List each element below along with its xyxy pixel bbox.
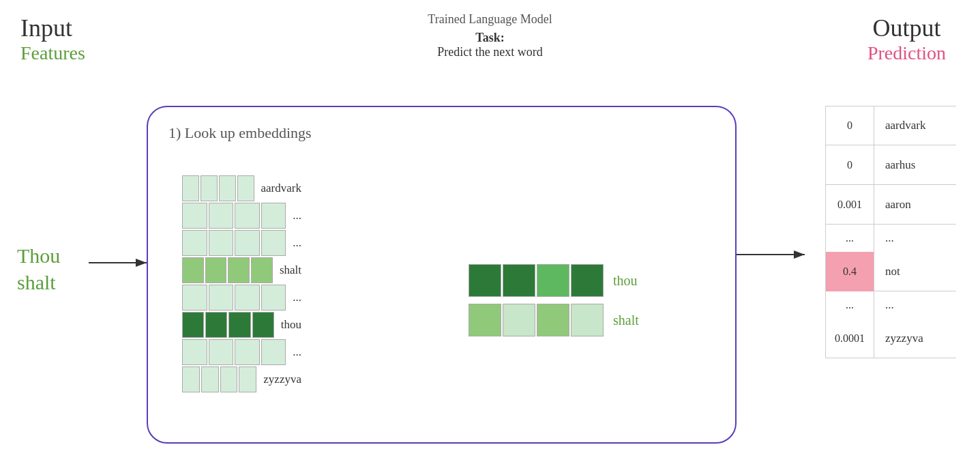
arrow-input-to-box xyxy=(89,253,153,273)
embed-cell xyxy=(182,285,207,311)
embed-cell xyxy=(228,257,250,283)
embed-cell xyxy=(239,366,256,392)
output-word-zyzzyva: zyzzyva xyxy=(874,332,956,345)
lookup-cell xyxy=(571,264,604,297)
embed-cell xyxy=(209,203,234,229)
embed-cell xyxy=(209,339,234,365)
embed-cell xyxy=(261,285,286,311)
output-title: Output xyxy=(867,14,946,42)
embed-cell xyxy=(182,312,204,338)
features-label: Features xyxy=(20,42,85,64)
embed-word-zyzzyva: zyzzyva xyxy=(258,366,301,392)
task-label: Task: xyxy=(388,31,593,45)
embed-cell xyxy=(182,339,207,365)
embed-dots1: ... xyxy=(287,203,301,229)
main-box: 1) Look up embeddings aardvark ... ... xyxy=(147,106,737,444)
output-val-not: 0.4 xyxy=(825,252,874,291)
embed-cell xyxy=(205,257,227,283)
lookup-label-shalt: shalt xyxy=(613,313,639,328)
embed-cell xyxy=(228,312,250,338)
embed-word-shalt: shalt xyxy=(274,257,301,283)
embed-dots3: ... xyxy=(287,285,301,311)
task-desc: Predict the next word xyxy=(388,45,593,59)
lookup-bar-thou xyxy=(469,264,605,297)
embed-word-thou: thou xyxy=(276,312,301,338)
embed-cell xyxy=(182,230,207,256)
input-line1: Thou xyxy=(17,242,60,269)
embed-row-dots4: ... xyxy=(182,339,301,365)
embed-row-thou: thou xyxy=(182,312,301,338)
output-val-aarhus: 0 xyxy=(825,145,874,185)
output-dots-val2: ... xyxy=(825,291,874,319)
output-word-not: not xyxy=(874,265,956,278)
output-dots-val1: ... xyxy=(825,225,874,252)
input-title: Input xyxy=(20,14,72,42)
output-val-aaron: 0.001 xyxy=(825,185,874,225)
input-line2: shalt xyxy=(17,269,60,296)
input-text: Thou shalt xyxy=(17,242,60,296)
embed-word-aardvark: aardvark xyxy=(256,175,301,201)
trained-model-label: Trained Language Model xyxy=(388,12,593,27)
arrow-box-to-output xyxy=(737,244,812,265)
embed-cell xyxy=(209,285,234,311)
output-row-not: 0.4 not xyxy=(825,252,956,291)
embed-cell xyxy=(237,175,254,201)
embed-row-dots2: ... xyxy=(182,230,301,256)
output-dots-word1: ... xyxy=(874,231,894,245)
lookup-bar-shalt xyxy=(469,304,605,336)
embed-cell xyxy=(261,339,286,365)
embed-cell xyxy=(235,339,260,365)
output-row-zyzzyva: 0.0001 zyzzyva xyxy=(825,319,956,358)
output-word-aardvark: aardvark xyxy=(874,119,956,132)
embed-cell xyxy=(252,312,274,338)
embed-cell xyxy=(235,230,260,256)
embed-row-aardvark: aardvark xyxy=(182,175,301,201)
embed-cell xyxy=(182,175,199,201)
embed-cell xyxy=(182,257,204,283)
embed-row-dots1: ... xyxy=(182,203,301,229)
embed-cell xyxy=(201,175,218,201)
output-val-aardvark: 0 xyxy=(825,106,874,145)
embed-dots4: ... xyxy=(287,339,301,365)
lookup-cell xyxy=(571,304,604,336)
embed-cell xyxy=(182,203,207,229)
lookup-cell xyxy=(503,264,535,297)
output-dots-word2: ... xyxy=(874,298,894,312)
output-row-dots2: ... ... xyxy=(825,291,956,319)
output-row-dots1: ... ... xyxy=(825,225,956,252)
embed-cell xyxy=(219,175,236,201)
lookup-cell xyxy=(503,304,535,336)
lookup-label-thou: thou xyxy=(613,273,638,289)
lookup-cell xyxy=(537,304,569,336)
embed-cell xyxy=(235,285,260,311)
embed-cell xyxy=(235,203,260,229)
embed-cell xyxy=(182,366,200,392)
prediction-label: Prediction xyxy=(867,42,946,64)
output-table: 0 aardvark 0 aarhus 0.001 aaron ... ... … xyxy=(825,106,956,358)
embed-cell xyxy=(251,257,273,283)
embed-row-shalt: shalt xyxy=(182,257,301,283)
embed-row-zyzzyva: zyzzyva xyxy=(182,366,301,392)
output-word-aaron: aaron xyxy=(874,198,956,212)
output-word-aarhus: aarhus xyxy=(874,158,956,172)
lookup-row-thou: thou xyxy=(469,264,639,297)
output-row-aardvark: 0 aardvark xyxy=(825,106,956,145)
embed-dots2: ... xyxy=(287,230,301,256)
lookup-cell xyxy=(469,304,501,336)
embed-cell xyxy=(201,366,219,392)
embed-row-dots3: ... xyxy=(182,285,301,311)
output-val-zyzzyva: 0.0001 xyxy=(825,319,874,358)
embed-cell xyxy=(205,312,227,338)
lookup-cell xyxy=(469,264,501,297)
lookup-row-shalt: shalt xyxy=(469,304,639,336)
embed-cell xyxy=(209,230,234,256)
output-row-aarhus: 0 aarhus xyxy=(825,145,956,185)
embed-cell xyxy=(261,230,286,256)
lookup-cell xyxy=(537,264,569,297)
embed-cell xyxy=(220,366,238,392)
step-label: 1) Look up embeddings xyxy=(168,124,312,142)
lookup-result: thou shalt xyxy=(469,264,639,343)
embedding-table: aardvark ... ... shalt xyxy=(182,175,301,394)
embed-cell xyxy=(261,203,286,229)
output-row-aaron: 0.001 aaron xyxy=(825,185,956,225)
